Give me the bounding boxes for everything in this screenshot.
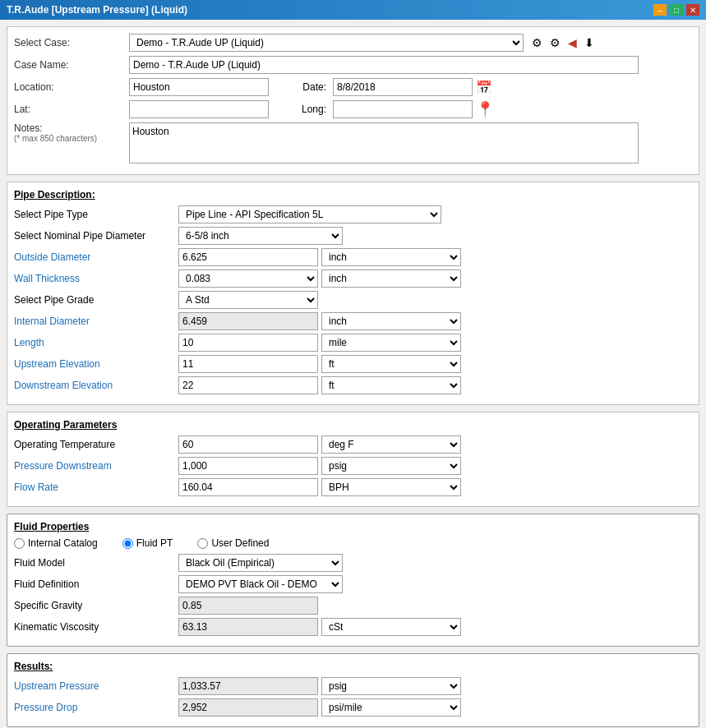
nom-diam-select[interactable]: 6-5/8 inch <box>178 227 343 245</box>
radio-fluid-pt-label: Fluid PT <box>136 537 173 549</box>
flow-rate-input[interactable] <box>178 478 318 496</box>
internal-diam-label: Internal Diameter <box>14 316 178 327</box>
case-name-label: Case Name: <box>14 59 129 71</box>
radio-fluid-pt[interactable]: Fluid PT <box>122 537 173 549</box>
long-label: Long: <box>285 104 326 115</box>
kinematic-visc-unit[interactable]: cSt cp <box>321 618 461 636</box>
upstream-elev-label: Upstream Elevation <box>14 358 178 370</box>
fluid-section: Fluid Properties Internal Catalog Fluid … <box>7 514 699 647</box>
kinematic-visc-label: Kinematic Viscosity <box>14 621 178 633</box>
close-button[interactable]: ✕ <box>686 4 699 16</box>
notes-textarea[interactable]: Houston <box>129 122 639 164</box>
download-icon[interactable]: ⬇ <box>583 36 596 49</box>
pipe-type-label: Select Pipe Type <box>14 209 178 220</box>
nom-diam-row: Select Nominal Pipe Diameter 6-5/8 inch <box>14 227 692 245</box>
kinematic-visc-input[interactable] <box>178 618 318 636</box>
pressure-down-label: Pressure Downstream <box>14 460 178 472</box>
fluid-model-label: Fluid Model <box>14 557 178 569</box>
pressure-drop-unit[interactable]: psi/mile kPa/km bar/km <box>321 698 461 716</box>
temp-row: Operating Temperature deg F deg C <box>14 435 692 454</box>
pipe-section-title: Pipe Description: <box>14 189 692 200</box>
wall-thick-row: Wall Thickness 0.083 inch mm <box>14 270 692 288</box>
lat-input[interactable] <box>129 100 269 118</box>
pipe-section: Pipe Description: Select Pipe Type Pipe … <box>7 182 699 405</box>
upstream-elev-unit[interactable]: ft m <box>321 355 461 373</box>
wall-thick-select[interactable]: 0.083 <box>178 270 318 288</box>
radio-internal-catalog-input[interactable] <box>14 538 25 549</box>
upstream-press-unit[interactable]: psig kPa bar <box>321 677 461 695</box>
flow-rate-row: Flow Rate BPH m3/hr gpm <box>14 478 692 496</box>
location-input[interactable] <box>129 78 269 96</box>
long-input[interactable] <box>333 100 473 118</box>
temp-unit[interactable]: deg F deg C <box>321 435 461 454</box>
internal-diam-input[interactable] <box>178 312 318 330</box>
upstream-press-row: Upstream Pressure psig kPa bar <box>14 677 692 695</box>
radio-internal-catalog[interactable]: Internal Catalog <box>14 537 98 549</box>
location-label: Location: <box>14 81 129 93</box>
date-label: Date: <box>285 81 326 93</box>
title-bar: T.R.Aude [Upstream Pressure] (Liquid) – … <box>0 0 706 20</box>
temp-label: Operating Temperature <box>14 439 178 450</box>
pipe-type-select[interactable]: Pipe Line - API Specification 5L <box>178 205 441 223</box>
length-unit[interactable]: mile km ft <box>321 334 461 352</box>
case-name-row: Case Name: <box>14 56 692 74</box>
pressure-drop-row: Pressure Drop psi/mile kPa/km bar/km <box>14 698 692 716</box>
upstream-press-input[interactable] <box>178 677 318 695</box>
pressure-down-unit[interactable]: psig kPa bar psia <box>321 457 461 475</box>
wall-thick-unit[interactable]: inch mm <box>321 270 461 288</box>
kinematic-visc-row: Kinematic Viscosity cSt cp <box>14 618 692 636</box>
downstream-elev-unit[interactable]: ft m <box>321 376 461 394</box>
fluid-def-label: Fluid Definition <box>14 578 178 590</box>
settings-icon-1[interactable]: ⚙ <box>530 36 544 49</box>
downstream-elev-row: Downstream Elevation ft m <box>14 376 692 394</box>
pressure-drop-label: Pressure Drop <box>14 702 178 713</box>
notes-row: Notes: (* max 850 characters) Houston <box>14 122 692 164</box>
pipe-grade-select[interactable]: A Std <box>178 291 318 309</box>
specific-gravity-input[interactable] <box>178 597 318 615</box>
case-section: Select Case: Demo - T.R.Aude UP (Liquid)… <box>7 26 699 175</box>
specific-gravity-label: Specific Gravity <box>14 600 178 611</box>
outside-diam-unit[interactable]: inch mm cm ft <box>321 248 461 266</box>
nom-diam-label: Select Nominal Pipe Diameter <box>14 230 178 242</box>
results-section: Results: Upstream Pressure psig kPa bar … <box>7 653 699 727</box>
downstream-elev-label: Downstream Elevation <box>14 380 178 391</box>
case-name-input[interactable] <box>129 56 639 74</box>
flow-rate-unit[interactable]: BPH m3/hr gpm <box>321 478 461 496</box>
pipe-grade-row: Select Pipe Grade A Std <box>14 291 692 309</box>
fluid-section-title: Fluid Properties <box>14 521 692 532</box>
select-case-dropdown[interactable]: Demo - T.R.Aude UP (Liquid) <box>129 34 524 52</box>
length-input[interactable] <box>178 334 318 352</box>
lat-long-row: Lat: Long: 📍 <box>14 100 692 118</box>
settings-icon-2[interactable]: ⚙ <box>548 36 562 49</box>
pressure-drop-input[interactable] <box>178 698 318 716</box>
share-icon[interactable]: ◀ <box>566 36 579 49</box>
radio-user-defined[interactable]: User Defined <box>197 537 269 549</box>
date-input[interactable] <box>333 78 473 96</box>
outside-diam-row: Outside Diameter inch mm cm ft <box>14 248 692 266</box>
select-case-label: Select Case: <box>14 37 129 48</box>
outside-diam-input[interactable] <box>178 248 318 266</box>
maximize-button[interactable]: □ <box>670 4 683 16</box>
select-case-row: Select Case: Demo - T.R.Aude UP (Liquid)… <box>14 34 692 52</box>
results-section-title: Results: <box>14 661 692 672</box>
downstream-elev-input[interactable] <box>178 376 318 394</box>
pipe-type-row: Select Pipe Type Pipe Line - API Specifi… <box>14 205 692 223</box>
upstream-elev-input[interactable] <box>178 355 318 373</box>
map-pin-icon[interactable]: 📍 <box>476 100 494 118</box>
operating-section-title: Operating Parameters <box>14 419 692 431</box>
notes-label: Notes: <box>14 122 129 134</box>
internal-diam-unit[interactable]: inch mm <box>321 312 461 330</box>
fluid-model-select[interactable]: Black Oil (Empirical) <box>178 554 343 572</box>
minimize-button[interactable]: – <box>653 4 667 16</box>
calendar-icon[interactable]: 📅 <box>476 80 492 95</box>
notes-hint: (* max 850 characters) <box>14 134 129 143</box>
temp-input[interactable] <box>178 435 318 454</box>
radio-fluid-pt-input[interactable] <box>122 538 133 549</box>
radio-user-defined-input[interactable] <box>197 538 208 549</box>
fluid-def-select[interactable]: DEMO PVT Black Oil - DEMO <box>178 575 343 593</box>
upstream-press-label: Upstream Pressure <box>14 680 178 692</box>
upstream-elev-row: Upstream Elevation ft m <box>14 355 692 373</box>
outside-diam-label: Outside Diameter <box>14 251 178 263</box>
pressure-down-input[interactable] <box>178 457 318 475</box>
location-date-row: Location: Date: 📅 <box>14 78 692 96</box>
